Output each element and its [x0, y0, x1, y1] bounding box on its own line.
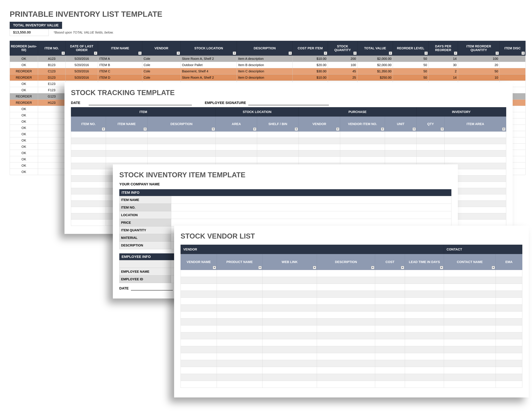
- column-header[interactable]: DESCRIPTION: [237, 41, 293, 56]
- cell[interactable]: $10.00: [293, 75, 328, 81]
- filter-dropdown-icon[interactable]: [295, 128, 298, 131]
- cell[interactable]: [147, 144, 216, 150]
- cell[interactable]: [181, 367, 217, 374]
- cell[interactable]: [181, 360, 217, 367]
- cell[interactable]: [71, 194, 106, 201]
- column-header[interactable]: ITEM NAME: [106, 117, 147, 131]
- cell[interactable]: [375, 284, 405, 291]
- filter-dropdown-icon[interactable]: [143, 128, 147, 131]
- cell[interactable]: [317, 291, 375, 298]
- cell[interactable]: [496, 332, 522, 339]
- filter-dropdown-icon[interactable]: [102, 128, 105, 131]
- cell[interactable]: [38, 112, 66, 119]
- cell[interactable]: [340, 144, 385, 150]
- filter-dropdown-icon[interactable]: [441, 128, 444, 131]
- cell[interactable]: [405, 312, 444, 318]
- cell[interactable]: [257, 138, 299, 144]
- cell[interactable]: [262, 374, 317, 381]
- column-header[interactable]: LEAD TIME IN DAYS: [405, 254, 444, 270]
- column-header[interactable]: VENDOR NAME: [181, 254, 217, 270]
- cell[interactable]: 50: [393, 62, 428, 68]
- cell[interactable]: [299, 144, 340, 150]
- cell[interactable]: [181, 284, 217, 291]
- cell[interactable]: [262, 325, 317, 332]
- cell[interactable]: [217, 353, 262, 360]
- column-header[interactable]: AREA: [216, 117, 257, 131]
- filter-dropdown-icon[interactable]: [454, 52, 457, 55]
- cell[interactable]: [385, 150, 416, 157]
- cell[interactable]: Basement, Shelf 4: [180, 68, 237, 75]
- cell[interactable]: [181, 305, 217, 312]
- cell[interactable]: OK: [10, 125, 38, 131]
- column-header[interactable]: STOCK QUANTITY: [328, 41, 357, 56]
- cell[interactable]: [38, 119, 66, 125]
- cell[interactable]: [147, 138, 216, 144]
- field-value[interactable]: [171, 211, 451, 219]
- cell[interactable]: [147, 150, 216, 157]
- cell[interactable]: [262, 298, 317, 305]
- cell[interactable]: [217, 367, 262, 374]
- cell[interactable]: [375, 374, 405, 381]
- cell[interactable]: [416, 144, 445, 150]
- cell[interactable]: 20: [458, 62, 500, 68]
- cell[interactable]: [106, 131, 147, 138]
- field-value[interactable]: [171, 219, 451, 226]
- cell[interactable]: [496, 360, 522, 367]
- cell[interactable]: 5/20/2016: [66, 75, 98, 81]
- filter-dropdown-icon[interactable]: [138, 52, 142, 55]
- cell[interactable]: [317, 325, 375, 332]
- cell[interactable]: ITEM A: [98, 56, 142, 62]
- table-row[interactable]: [181, 312, 522, 318]
- cell[interactable]: [317, 284, 375, 291]
- cell[interactable]: [444, 346, 496, 353]
- cell[interactable]: [317, 360, 375, 367]
- column-header[interactable]: ITEM DISC: [499, 41, 525, 56]
- cell[interactable]: E123: [38, 81, 66, 87]
- cell[interactable]: [71, 157, 106, 163]
- filter-dropdown-icon[interactable]: [353, 52, 357, 55]
- column-header[interactable]: VENDOR ITEM NO.: [340, 117, 385, 131]
- cell[interactable]: [375, 332, 405, 339]
- column-header[interactable]: STOCK LOCATION: [216, 107, 299, 117]
- filter-dropdown-icon[interactable]: [502, 128, 505, 131]
- cell[interactable]: [106, 150, 147, 157]
- cell[interactable]: [444, 325, 496, 332]
- cell[interactable]: [317, 312, 375, 318]
- cell[interactable]: [38, 156, 66, 162]
- cell[interactable]: [71, 169, 106, 176]
- cell[interactable]: [217, 332, 262, 339]
- cell[interactable]: OK: [10, 119, 38, 125]
- table-row[interactable]: [181, 381, 522, 388]
- column-header[interactable]: REORDER LEVEL: [393, 41, 428, 56]
- cell[interactable]: [444, 312, 496, 318]
- cell[interactable]: [405, 291, 444, 298]
- cell[interactable]: [375, 318, 405, 325]
- cell[interactable]: [496, 381, 522, 388]
- cell[interactable]: OK: [10, 150, 38, 156]
- cell[interactable]: 2: [428, 68, 458, 75]
- cell[interactable]: [257, 150, 299, 157]
- cell[interactable]: [299, 138, 340, 144]
- cell[interactable]: REORDER: [10, 93, 38, 100]
- cell[interactable]: [299, 150, 340, 157]
- cell[interactable]: F123: [38, 87, 66, 93]
- cell[interactable]: $2,000.00: [357, 56, 393, 62]
- cell[interactable]: REORDER: [10, 75, 38, 81]
- cell[interactable]: Cole: [142, 68, 180, 75]
- table-row[interactable]: [181, 346, 522, 353]
- filter-dropdown-icon[interactable]: [177, 52, 180, 55]
- cell[interactable]: 5/20/2016: [66, 56, 98, 62]
- cell[interactable]: [217, 360, 262, 367]
- table-row[interactable]: [71, 144, 506, 150]
- cell[interactable]: [405, 374, 444, 381]
- cell[interactable]: [444, 367, 496, 374]
- cell[interactable]: [496, 305, 522, 312]
- column-header[interactable]: DATE OF LAST ORDER: [66, 41, 98, 56]
- column-header[interactable]: CONTACT: [444, 245, 522, 254]
- cell[interactable]: [445, 150, 506, 157]
- cell[interactable]: [147, 131, 216, 138]
- cell[interactable]: [375, 339, 405, 346]
- table-row[interactable]: REORDERC1235/20/2016ITEM CColeBasement, …: [10, 68, 526, 75]
- cell[interactable]: [217, 305, 262, 312]
- cell[interactable]: 14: [428, 56, 458, 62]
